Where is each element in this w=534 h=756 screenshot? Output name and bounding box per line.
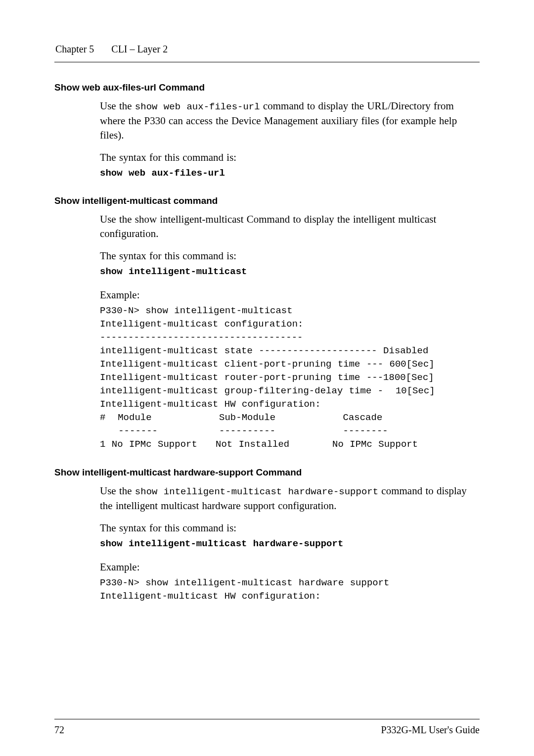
example-label: Example:: [100, 560, 480, 574]
inline-code: show intelligent-multicast hardware-supp…: [135, 486, 378, 497]
section1-body: Use the show web aux-files-url command t…: [100, 99, 480, 180]
syntax-label: The syntax for this command is:: [100, 521, 480, 535]
header-rule: [54, 62, 480, 62]
chapter-title: CLI – Layer 2: [111, 44, 168, 54]
example-output: P330-N> show intelligent-multicast hardw…: [100, 576, 480, 603]
section2-body: Use the show intelligent-multicast Comma…: [100, 212, 480, 451]
section3-para1: Use the show intelligent-multicast hardw…: [100, 484, 480, 513]
inline-code: show web aux-files-url: [135, 101, 260, 112]
page-footer: 72 P332G-ML User's Guide: [54, 719, 480, 724]
example-output: P330-N> show intelligent-multicast Intel…: [100, 304, 480, 451]
example-label: Example:: [100, 288, 480, 302]
syntax-label: The syntax for this command is:: [100, 249, 480, 263]
page-header: Chapter 5 CLI – Layer 2: [54, 44, 480, 55]
para-text: Use the: [100, 100, 135, 112]
section3-body: Use the show intelligent-multicast hardw…: [100, 484, 480, 603]
section-heading-hw-support: Show intelligent-multicast hardware-supp…: [54, 467, 480, 478]
doc-title: P332G-ML User's Guide: [381, 724, 480, 736]
section-heading-aux-files: Show web aux-files-url Command: [54, 82, 480, 93]
para-text: Use the: [100, 485, 135, 497]
syntax-command: show web aux-files-url: [100, 167, 480, 180]
syntax-command: show intelligent-multicast hardware-supp…: [100, 537, 480, 550]
section-heading-intelligent-multicast: Show intelligent-multicast command: [54, 195, 480, 206]
syntax-command: show intelligent-multicast: [100, 265, 480, 278]
section2-para1: Use the show intelligent-multicast Comma…: [100, 212, 480, 241]
chapter-label: Chapter 5: [55, 44, 94, 54]
page-number: 72: [54, 724, 64, 736]
section1-para1: Use the show web aux-files-url command t…: [100, 99, 480, 142]
syntax-label: The syntax for this command is:: [100, 150, 480, 165]
